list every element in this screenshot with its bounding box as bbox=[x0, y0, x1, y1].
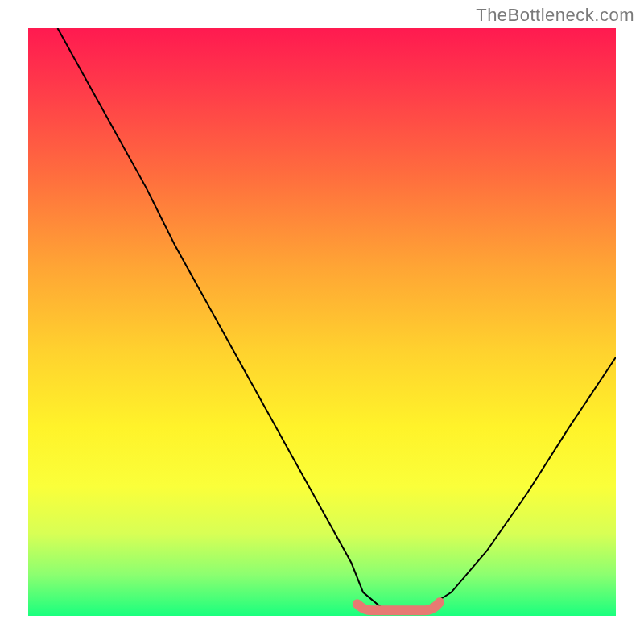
optimum-range-marker bbox=[357, 602, 440, 610]
plot-area bbox=[28, 28, 616, 616]
chart-container: TheBottleneck.com bbox=[0, 0, 644, 644]
bottleneck-curve bbox=[58, 28, 617, 611]
attribution-label: TheBottleneck.com bbox=[476, 5, 634, 26]
chart-svg bbox=[28, 28, 616, 616]
